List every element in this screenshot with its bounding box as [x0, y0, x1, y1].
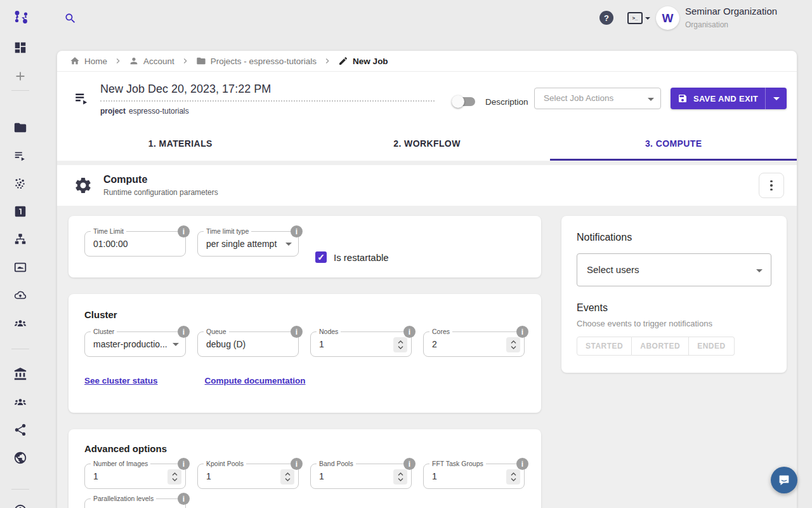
chat-bubble-icon: [777, 473, 791, 487]
field-label: Queue: [204, 328, 229, 335]
info-icon[interactable]: [178, 326, 190, 338]
queue-field[interactable]: Queue debug (D): [197, 331, 299, 357]
field-value: 01:00:00: [85, 232, 185, 256]
sidebar-item-dashboard[interactable]: [13, 41, 27, 55]
info-icon[interactable]: [403, 458, 416, 470]
stepper-arrows[interactable]: [506, 469, 520, 485]
breadcrumb-home[interactable]: Home: [70, 56, 107, 66]
info-icon[interactable]: [178, 493, 190, 505]
info-icon[interactable]: [178, 458, 190, 470]
select-users-dropdown[interactable]: Select users: [577, 253, 771, 286]
cluster-select[interactable]: Cluster master-productio...: [84, 331, 186, 357]
breadcrumb-label: New Job: [353, 57, 388, 66]
fft-task-groups-stepper[interactable]: FFT Task Groups 1: [423, 464, 525, 489]
number-of-images-stepper[interactable]: Number of Images 1: [84, 464, 186, 489]
sidebar-item-share[interactable]: [13, 423, 27, 437]
sidebar-divider: [11, 489, 29, 490]
info-icon[interactable]: [291, 326, 303, 338]
info-icon[interactable]: [516, 458, 528, 470]
tab-compute[interactable]: 3. COMPUTE: [550, 126, 797, 161]
save-dropdown-button[interactable]: [765, 88, 787, 109]
description-label: Description: [485, 97, 528, 107]
org-subtitle: Organisation: [685, 20, 728, 29]
event-ended-button[interactable]: ENDED: [689, 337, 735, 356]
job-icon: [74, 90, 90, 106]
console-icon[interactable]: [627, 11, 652, 25]
breadcrumb-label: Account: [143, 57, 174, 66]
sidebar-divider: [11, 349, 29, 349]
sidebar-item-batch[interactable]: [13, 204, 27, 218]
save-icon: [678, 93, 688, 104]
sidebar-item-organization[interactable]: [13, 367, 27, 381]
sidebar-item-projects[interactable]: [13, 121, 27, 135]
sidebar-item-workflows[interactable]: [13, 232, 27, 246]
select-users-placeholder: Select users: [587, 264, 639, 275]
breadcrumb-account[interactable]: Account: [129, 56, 174, 66]
time-limit-type-select[interactable]: Time limit type per single attempt: [197, 231, 299, 257]
sidebar-item-team[interactable]: [13, 316, 27, 330]
event-started-button[interactable]: STARTED: [577, 337, 632, 356]
more-options-button[interactable]: [759, 173, 784, 198]
info-icon[interactable]: [291, 458, 303, 470]
description-toggle[interactable]: [454, 97, 475, 106]
avatar[interactable]: W: [656, 6, 679, 30]
compute-content: Compute Runtime configuration parameters…: [57, 161, 797, 508]
cluster-status-link[interactable]: See cluster status: [84, 376, 158, 385]
notifications-card: Notifications Select users Events Choose…: [561, 216, 787, 373]
breadcrumb-projects[interactable]: Projects - espresso-tutorials: [196, 56, 317, 66]
sidebar-item-materials[interactable]: [13, 177, 27, 190]
sidebar-item-cloud-upload[interactable]: [13, 288, 27, 302]
sidebar-item-jobs[interactable]: [13, 149, 27, 163]
section-title: Compute: [103, 174, 218, 185]
parallelization-levels-field[interactable]: Parallelization levels: [84, 498, 186, 508]
pencil-icon: [338, 56, 348, 66]
breadcrumb: Home Account Projects - espresso-tutoria…: [57, 51, 797, 72]
info-icon[interactable]: [291, 225, 303, 237]
breadcrumb-label: Projects - espresso-tutorials: [211, 57, 317, 66]
info-icon[interactable]: [178, 225, 190, 237]
time-limit-field[interactable]: Time Limit 01:00:00: [84, 231, 186, 257]
kpoint-pools-stepper[interactable]: Kpoint Pools 1: [197, 464, 299, 489]
stepper-arrows[interactable]: [506, 337, 520, 352]
search-icon[interactable]: [64, 12, 77, 25]
info-icon[interactable]: [516, 326, 528, 338]
stepper-arrows[interactable]: [280, 469, 294, 485]
save-main[interactable]: SAVE AND EXIT: [671, 93, 765, 104]
sidebar-item-globe[interactable]: [13, 451, 27, 465]
is-restartable-checkbox[interactable]: [315, 251, 327, 263]
field-value: debug (D): [198, 332, 298, 356]
field-label: Band Pools: [317, 460, 356, 467]
toggle-knob: [452, 95, 464, 108]
sidebar-item-add[interactable]: [13, 69, 27, 83]
info-icon[interactable]: [403, 326, 416, 338]
stepper-arrows[interactable]: [393, 337, 407, 352]
job-actions-select[interactable]: Select Job Actions: [534, 88, 661, 109]
band-pools-stepper[interactable]: Band Pools 1: [310, 464, 412, 489]
stepper-arrows[interactable]: [393, 469, 407, 485]
event-button-group: STARTED ABORTED ENDED: [577, 337, 771, 356]
cores-stepper[interactable]: Cores 2: [423, 331, 525, 357]
terminal-glyph: [627, 12, 643, 24]
job-title[interactable]: New Job Dec 20, 2023, 17:22 PM: [100, 83, 435, 102]
sidebar-item-images[interactable]: [13, 260, 27, 274]
sidebar-item-community[interactable]: [13, 395, 27, 409]
stepper-arrows[interactable]: [167, 469, 181, 485]
field-label: FFT Task Groups: [429, 460, 486, 467]
notifications-title: Notifications: [577, 232, 771, 243]
save-and-exit-button[interactable]: SAVE AND EXIT: [671, 88, 787, 109]
job-project: projectespresso-tutorials: [100, 107, 189, 116]
tab-materials[interactable]: 1. MATERIALS: [57, 126, 304, 161]
field-value: per single attempt: [198, 232, 298, 256]
job-header: New Job Dec 20, 2023, 17:22 PM projectes…: [57, 72, 797, 126]
project-label: project: [100, 107, 126, 116]
chat-launcher[interactable]: [771, 467, 797, 493]
compute-docs-link[interactable]: Compute documentation: [205, 376, 306, 385]
event-aborted-button[interactable]: ABORTED: [632, 337, 689, 356]
help-icon[interactable]: [599, 11, 613, 25]
folder-icon: [196, 56, 206, 66]
app-logo[interactable]: [13, 8, 30, 26]
tab-workflow[interactable]: 2. WORKFLOW: [304, 126, 551, 161]
field-label: Kpoint Pools: [204, 460, 246, 467]
nodes-stepper[interactable]: Nodes 1: [310, 331, 412, 357]
sidebar-item-account-partial[interactable]: [13, 504, 27, 508]
